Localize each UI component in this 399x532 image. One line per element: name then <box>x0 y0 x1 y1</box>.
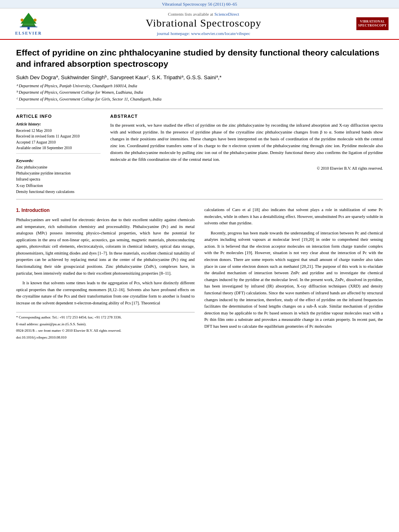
right-para2: Recently, progress has been made towards… <box>204 230 383 330</box>
body-right-column: calculations of Caro et al [18] also ind… <box>204 207 383 341</box>
intro-para2: It is known that solvents some times lea… <box>16 280 195 306</box>
divider-2 <box>16 199 383 199</box>
authors-line: Sukh Dev Dograᵃ, Sukhwinder Singhᵇ, Sarv… <box>16 74 383 80</box>
keyword-2: Phthalocyanine pyridine interaction <box>16 170 101 177</box>
body-left-column: 1. Introduction Phthalocyanines are well… <box>16 207 195 341</box>
issn-footnote: 0924-2031/$ – see front matter © 2010 El… <box>16 328 195 334</box>
history-label: Article history: <box>16 122 101 126</box>
right-para1: calculations of Caro et al [18] also ind… <box>204 207 383 227</box>
history-received: Received 12 May 2010 <box>16 128 101 134</box>
divider-keywords <box>16 153 101 154</box>
keyword-1: Zinc phthalocyanine <box>16 164 101 170</box>
copyright-line: © 2010 Elsevier B.V. All rights reserved… <box>110 166 383 170</box>
divider-1 <box>16 109 383 109</box>
svg-point-5 <box>34 18 37 21</box>
intro-heading: 1. Introduction <box>16 207 195 214</box>
main-content: Effect of pyridine on zinc phthalocyanin… <box>0 40 399 349</box>
journal-header: ELSEVIER Contents lists available at Sci… <box>0 8 399 40</box>
elsevier-logo-area: ELSEVIER <box>6 12 51 35</box>
journal-citation: Vibrational Spectroscopy 56 (2011) 60–65 <box>162 2 237 6</box>
journal-logo-right: VIBRATIONAL SPECTROSCOPY <box>356 17 393 31</box>
logo-line-1: VIBRATIONAL <box>358 20 387 24</box>
logo-line-2: SPECTROSCOPY <box>358 24 387 28</box>
article-info-label: ARTICLE INFO <box>16 114 101 119</box>
journal-title: Vibrational Spectroscopy <box>51 17 356 29</box>
article-info-column: ARTICLE INFO Article history: Received 1… <box>16 114 101 195</box>
svg-rect-6 <box>20 27 37 27</box>
sciencedirect-link[interactable]: ScienceDirect <box>214 12 239 16</box>
history-revised: Received in revised form 11 August 2010 <box>16 134 101 139</box>
footnote-section: * Corresponding author. Tel.: +91 172 25… <box>16 312 195 340</box>
affiliations: ᵃ Department of Physics, Panjab Universi… <box>16 83 383 103</box>
keywords-label: Keywords: <box>16 158 101 163</box>
abstract-column: ABSTRACT In the present work, we have st… <box>110 114 383 195</box>
elsevier-logo: ELSEVIER <box>6 12 51 35</box>
keyword-5: Density functional theory calculations <box>16 189 101 195</box>
abstract-text: In the present work, we have studied the… <box>110 122 383 163</box>
history-online: Available online 18 September 2010 <box>16 145 101 151</box>
elsevier-tree-icon <box>16 12 41 30</box>
abstract-label: ABSTRACT <box>110 114 383 119</box>
body-section: 1. Introduction Phthalocyanines are well… <box>16 207 383 341</box>
affiliation-b: ᵇ Department of Physics, Government Coll… <box>16 89 383 96</box>
elsevier-text-label: ELSEVIER <box>15 31 42 35</box>
article-title: Effect of pyridine on zinc phthalocyanin… <box>16 47 383 70</box>
journal-logo-box: VIBRATIONAL SPECTROSCOPY <box>356 17 389 31</box>
email-footnote: E-mail address: gssaini@pu.ac.in (G.S.S.… <box>16 322 195 327</box>
svg-marker-3 <box>21 13 37 24</box>
svg-point-4 <box>21 18 23 21</box>
journal-top-bar: Vibrational Spectroscopy 56 (2011) 60–65 <box>0 0 399 8</box>
history-accepted: Accepted 17 August 2010 <box>16 140 101 145</box>
corresponding-footnote: * Corresponding author. Tel.: +91 172 25… <box>16 315 195 320</box>
affiliation-a: ᵃ Department of Physics, Panjab Universi… <box>16 83 383 90</box>
doi-footnote: doi:10.1016/j.vibspec.2010.08.010 <box>16 335 195 341</box>
article-info-abstract-section: ARTICLE INFO Article history: Received 1… <box>16 114 383 195</box>
journal-url[interactable]: www.elsevier.com/locate/vibspec <box>191 31 250 36</box>
keyword-4: X-ray Diffraction <box>16 183 101 189</box>
sciencedirect-line: Contents lists available at ScienceDirec… <box>51 12 356 16</box>
journal-homepage: journal homepage: www.elsevier.com/locat… <box>51 31 356 36</box>
intro-para1: Phthalocyanines are well suited for elec… <box>16 217 195 277</box>
journal-header-center: Contents lists available at ScienceDirec… <box>51 12 356 36</box>
affiliation-c: ᶜ Department of Physics, Government Coll… <box>16 96 383 103</box>
keyword-3: Infrared spectra <box>16 177 101 183</box>
